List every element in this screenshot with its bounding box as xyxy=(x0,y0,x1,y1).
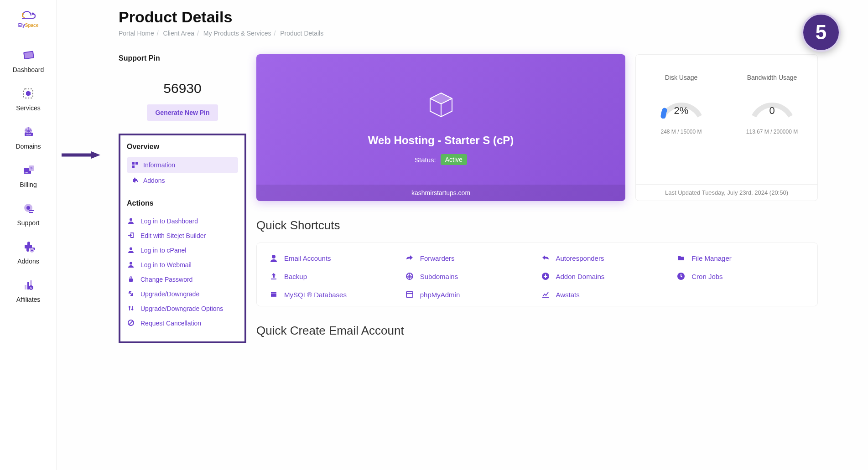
sidebar-item-label: Dashboard xyxy=(13,66,44,73)
actions-heading: Actions xyxy=(127,199,238,207)
support-pin-value: 56930 xyxy=(119,81,246,96)
quick-shortcuts-title: Quick Shortcuts xyxy=(256,218,818,232)
sidebar-item-dashboard[interactable]: Dashboard xyxy=(0,41,57,80)
affiliates-icon: $ xyxy=(21,278,36,292)
overview-panel: Overview Information Addons Actions Log … xyxy=(119,134,246,343)
shortcut-file-manager[interactable]: File Manager xyxy=(677,254,805,262)
action-upgrade-downgrade[interactable]: Upgrade/Downgrade xyxy=(127,287,238,301)
action-change-password[interactable]: Change Password xyxy=(127,272,238,287)
support-icon xyxy=(21,201,36,216)
action-login-cpanel[interactable]: Log in to cPanel xyxy=(127,243,238,258)
reply-icon xyxy=(541,254,550,262)
external-icon xyxy=(128,290,135,298)
domains-icon: www xyxy=(21,124,36,139)
cube-icon xyxy=(426,90,456,121)
svg-point-28 xyxy=(130,248,132,250)
svg-text:+: + xyxy=(31,248,33,253)
svg-rect-19 xyxy=(25,285,26,289)
svg-rect-25 xyxy=(135,162,138,165)
status-badge: Active xyxy=(441,154,467,165)
action-edit-sitejet[interactable]: Edit with Sitejet Builder xyxy=(127,228,238,243)
disk-usage-gauge: Disk Usage 2% 248 M / 15000 M xyxy=(636,55,727,184)
action-request-cancellation[interactable]: Request Cancellation xyxy=(127,316,238,331)
shortcut-email-accounts[interactable]: Email Accounts xyxy=(270,254,397,262)
svg-text:www: www xyxy=(26,133,31,136)
shortcut-mysql[interactable]: MySQL® Databases xyxy=(270,290,397,299)
shortcuts-card: Email Accounts Forwarders Autoresponders… xyxy=(256,243,818,306)
breadcrumb-my-products[interactable]: My Products & Services xyxy=(203,30,271,37)
svg-point-32 xyxy=(272,255,275,258)
sidebar-item-services[interactable]: Services xyxy=(0,80,57,118)
billing-icon: $ xyxy=(21,163,36,177)
sidebar: ElySpace Dashboard Services www Domains … xyxy=(0,0,57,470)
overview-item-label: Addons xyxy=(143,177,165,184)
sidebar-item-billing[interactable]: $ Billing xyxy=(0,156,57,195)
forward-icon xyxy=(405,254,414,262)
svg-rect-36 xyxy=(271,292,276,294)
signin-icon xyxy=(128,232,135,239)
svg-point-10 xyxy=(27,172,28,173)
action-upgrade-downgrade-options[interactable]: Upgrade/Downgrade Options xyxy=(127,301,238,316)
breadcrumb-current: Product Details xyxy=(280,30,323,37)
svg-rect-16 xyxy=(29,212,33,213)
sidebar-item-label: Services xyxy=(16,104,41,112)
breadcrumb-portal-home[interactable]: Portal Home xyxy=(119,30,154,37)
svg-rect-24 xyxy=(132,162,135,165)
quick-create-email-title: Quick Create Email Account xyxy=(256,324,818,338)
sidebar-item-addons[interactable]: + Addons xyxy=(0,233,57,271)
action-login-webmail[interactable]: Log in to Webmail xyxy=(127,258,238,272)
information-icon xyxy=(131,161,139,169)
user-icon xyxy=(128,247,135,254)
plus-circle-icon xyxy=(541,272,550,280)
product-name: Web Hosting - Starter S (cP) xyxy=(368,134,514,147)
svg-point-14 xyxy=(26,206,30,210)
shortcut-subdomains[interactable]: Subdomains xyxy=(405,272,533,280)
overview-item-label: Information xyxy=(143,161,175,169)
svg-point-29 xyxy=(130,262,132,265)
overview-addons[interactable]: Addons xyxy=(127,173,238,188)
product-domain: kashmirstartups.com xyxy=(256,185,625,201)
overview-information[interactable]: Information xyxy=(127,157,238,173)
bandwidth-usage-gauge: Bandwidth Usage 0 113.67 M / 200000 M xyxy=(727,55,817,184)
shortcut-cron-jobs[interactable]: Cron Jobs xyxy=(677,272,805,280)
shortcut-addon-domains[interactable]: Addon Domains xyxy=(541,272,669,280)
svg-rect-37 xyxy=(271,294,276,296)
sidebar-item-label: Domains xyxy=(16,143,41,150)
svg-text:$: $ xyxy=(31,166,32,170)
sidebar-item-label: Affiliates xyxy=(16,296,41,303)
shortcut-autoresponders[interactable]: Autoresponders xyxy=(541,254,669,262)
svg-rect-38 xyxy=(271,296,276,297)
shortcut-backup[interactable]: Backup xyxy=(270,272,397,280)
main-content: Product Details Portal Home/ Client Area… xyxy=(57,0,868,348)
shortcut-awstats[interactable]: Awstats xyxy=(541,290,669,299)
window-icon xyxy=(405,290,414,299)
svg-rect-2 xyxy=(24,52,33,58)
svg-point-8 xyxy=(25,172,26,173)
action-login-dashboard[interactable]: Log in to Dashboard xyxy=(127,214,238,228)
arrow-callout-icon xyxy=(62,150,100,160)
shortcut-forwarders[interactable]: Forwarders xyxy=(405,254,533,262)
updown-icon xyxy=(128,305,135,312)
generate-pin-button[interactable]: Generate New Pin xyxy=(147,104,218,121)
usage-updated: Last Updated Tuesday, July 23rd, 2024 (2… xyxy=(636,184,817,201)
database-icon xyxy=(270,290,278,299)
svg-text:$: $ xyxy=(30,286,32,289)
sidebar-item-support[interactable]: Support xyxy=(0,195,57,233)
user-icon xyxy=(270,254,278,262)
logo[interactable]: ElySpace xyxy=(18,9,38,28)
svg-rect-26 xyxy=(132,165,135,168)
svg-rect-39 xyxy=(406,292,413,297)
logo-icon xyxy=(19,9,37,22)
svg-point-9 xyxy=(26,172,27,173)
cancel-icon xyxy=(128,320,135,327)
sidebar-item-label: Addons xyxy=(17,258,39,265)
shortcut-phpmyadmin[interactable]: phpMyAdmin xyxy=(405,290,533,299)
status-label: Status: xyxy=(415,156,436,164)
breadcrumb: Portal Home/ Client Area/ My Products & … xyxy=(119,30,818,37)
breadcrumb-client-area[interactable]: Client Area xyxy=(163,30,194,37)
sidebar-item-domains[interactable]: www Domains xyxy=(0,118,57,156)
svg-rect-30 xyxy=(129,279,133,282)
sidebar-item-label: Billing xyxy=(20,181,36,188)
clock-icon xyxy=(677,272,685,280)
sidebar-item-affiliates[interactable]: $ Affiliates xyxy=(0,271,57,310)
